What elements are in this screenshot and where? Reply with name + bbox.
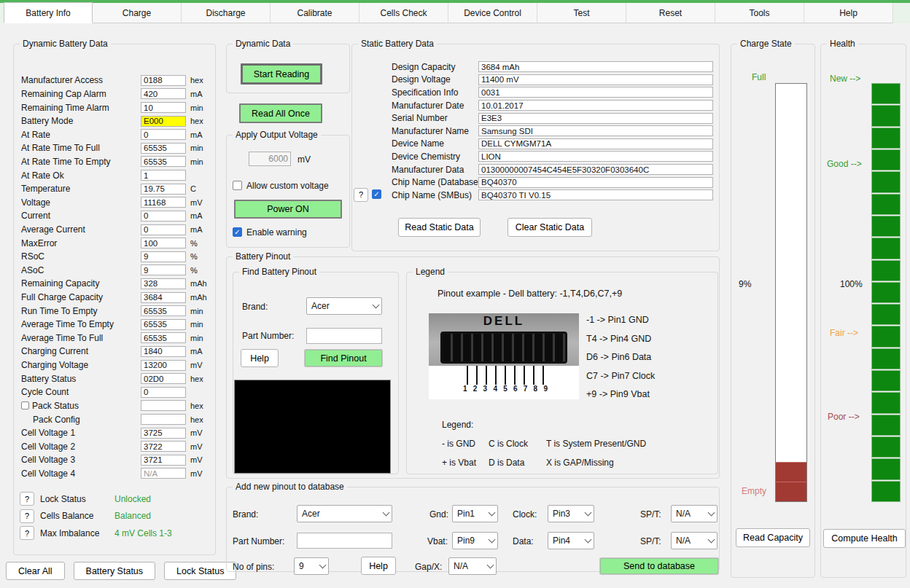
tab[interactable]: Test bbox=[537, 3, 626, 23]
field-value-input[interactable]: 13200 bbox=[141, 360, 186, 371]
power-on-button[interactable]: Power ON bbox=[234, 200, 342, 219]
read-all-once-button[interactable]: Read All Once bbox=[239, 103, 322, 123]
brand-select[interactable]: Acer bbox=[297, 505, 392, 522]
tab[interactable]: Discharge bbox=[182, 3, 271, 23]
field-value-input[interactable]: E000 bbox=[141, 116, 186, 127]
field-value-input[interactable]: 3725 bbox=[141, 428, 186, 439]
field-value-input[interactable]: 328 bbox=[141, 278, 186, 289]
field-value-input[interactable]: Samsung SDI bbox=[478, 125, 713, 136]
read-capacity-button[interactable]: Read Capacity bbox=[736, 528, 810, 547]
field-value-input[interactable]: 10 bbox=[141, 102, 186, 113]
no-of-pins-select[interactable]: 9 bbox=[294, 557, 329, 575]
field-value-input[interactable]: 420 bbox=[141, 88, 186, 99]
field-value-input[interactable]: 65535 bbox=[141, 305, 186, 316]
field-value-input[interactable]: 9 bbox=[141, 251, 186, 262]
field-value-input[interactable]: 3721 bbox=[141, 455, 186, 466]
field-label: Cycle Count bbox=[21, 387, 141, 397]
field-value-input[interactable]: 0031 bbox=[478, 87, 713, 98]
pin-mapping: C7 -> Pin7 Clock bbox=[586, 371, 655, 390]
chevron-down-icon bbox=[373, 302, 380, 309]
part-number-input[interactable] bbox=[297, 533, 392, 549]
gap-select[interactable]: N/A bbox=[448, 557, 497, 575]
field-value-input[interactable]: 3684 mAh bbox=[478, 61, 713, 72]
field-value-input[interactable]: 1 bbox=[141, 170, 186, 181]
clear-static-data-button[interactable]: Clear Static Data bbox=[508, 218, 592, 237]
tab[interactable]: Reset bbox=[626, 3, 715, 23]
tab[interactable]: Charge bbox=[93, 3, 182, 23]
field-value-input[interactable] bbox=[141, 400, 186, 411]
chip-name-help-button[interactable]: ? bbox=[354, 188, 368, 202]
field-value-input[interactable]: 0 bbox=[141, 387, 186, 398]
pin-number: 6 bbox=[513, 385, 518, 393]
data-select[interactable]: Pin4 bbox=[548, 532, 594, 549]
pin-mapping: T4 -> Pin4 GND bbox=[586, 334, 655, 353]
output-voltage-input[interactable]: 6000 bbox=[249, 152, 291, 166]
field-value-input[interactable]: 0188 bbox=[141, 75, 186, 86]
field-value-input[interactable]: 65535 bbox=[141, 319, 186, 330]
field-label: Device Name bbox=[392, 138, 478, 149]
help-button[interactable]: Help bbox=[241, 349, 279, 367]
field-value-input[interactable]: 01300000007454C454E5F30320F0303640C bbox=[478, 164, 713, 175]
group-title: Dynamic Data bbox=[233, 39, 293, 49]
field-value-input[interactable]: 3722 bbox=[141, 441, 186, 452]
field-value-input[interactable]: 65535 bbox=[141, 156, 186, 167]
field-value-input[interactable]: 10.01.2017 bbox=[478, 100, 713, 111]
tab[interactable]: Device Control bbox=[448, 3, 537, 23]
field-value-input[interactable]: 1840 bbox=[141, 346, 186, 357]
field-value-input[interactable]: LION bbox=[478, 151, 713, 162]
field-value-input[interactable]: 9 bbox=[141, 264, 186, 275]
field-value-input[interactable]: E3E3 bbox=[478, 113, 713, 124]
tab[interactable]: Battery Info bbox=[4, 2, 93, 23]
field-value-input[interactable]: N/A bbox=[141, 468, 186, 479]
help-button[interactable]: ? bbox=[20, 492, 34, 506]
clock-select[interactable]: Pin3 bbox=[548, 505, 594, 522]
field-value-input[interactable]: BQ40370 TI V0.15 bbox=[478, 189, 713, 200]
connector-photo: DELL bbox=[429, 313, 579, 366]
help-button[interactable]: Help bbox=[361, 557, 396, 575]
field-value-input[interactable]: 19.75 bbox=[141, 184, 186, 195]
find-pinout-button[interactable]: Find Pinout bbox=[305, 350, 382, 366]
tab[interactable]: Tools bbox=[715, 3, 804, 23]
field-value-input[interactable]: 100 bbox=[141, 238, 186, 248]
field-value-input[interactable]: 11168 bbox=[141, 197, 186, 208]
field-value-input[interactable]: 0 bbox=[141, 211, 186, 222]
compute-health-button[interactable]: Compute Health bbox=[823, 529, 906, 548]
help-button[interactable]: ? bbox=[20, 509, 34, 523]
read-static-data-button[interactable]: Read Static Data bbox=[398, 218, 481, 237]
vbat-select[interactable]: Pin9 bbox=[452, 532, 498, 549]
brand-select[interactable]: Acer bbox=[306, 297, 382, 315]
field-value-input[interactable]: 0 bbox=[141, 224, 186, 235]
field-label: Average Time To Full bbox=[21, 333, 141, 343]
field-value-input[interactable]: 02D0 bbox=[141, 373, 186, 384]
field-value-input[interactable]: 11400 mV bbox=[478, 74, 713, 85]
field-value-input[interactable]: DELL CYMGM71A bbox=[478, 138, 713, 149]
footer-button[interactable]: Clear All bbox=[6, 562, 65, 580]
chip-name-smbus-checkbox[interactable]: ✓ bbox=[372, 189, 381, 199]
gnd-select[interactable]: Pin1 bbox=[452, 505, 498, 522]
tab[interactable]: Calibrate bbox=[271, 3, 359, 23]
help-button[interactable]: ? bbox=[20, 526, 34, 540]
allow-custom-voltage-checkbox[interactable] bbox=[233, 181, 242, 190]
pin-number: 2 bbox=[473, 385, 478, 393]
spt2-select[interactable]: N/A bbox=[671, 532, 718, 549]
start-reading-button[interactable]: Start Reading bbox=[241, 63, 322, 85]
legend-item: C is Clock bbox=[489, 439, 546, 449]
spt1-select[interactable]: N/A bbox=[671, 505, 718, 522]
field-value-input[interactable]: 65535 bbox=[141, 143, 186, 154]
pack-status-checkbox[interactable] bbox=[21, 401, 29, 409]
field-label: Manufacturer Date bbox=[392, 101, 478, 111]
footer-button[interactable]: Battery Status bbox=[74, 562, 156, 580]
tab[interactable]: Help bbox=[804, 3, 893, 23]
pin-number: 3 bbox=[483, 385, 488, 393]
field-value-input[interactable]: 3684 bbox=[141, 292, 186, 303]
field-value-input[interactable]: 65535 bbox=[141, 332, 186, 343]
field-value-input[interactable]: BQ40370 bbox=[478, 177, 713, 188]
tab[interactable]: Cells Check bbox=[359, 3, 448, 23]
static-data-row: ? ✓ Serial Number E3E3 bbox=[352, 111, 713, 125]
part-number-input[interactable] bbox=[306, 328, 382, 344]
field-value-input[interactable] bbox=[141, 414, 186, 425]
field-value-input[interactable]: 0 bbox=[141, 129, 186, 140]
enable-warning-checkbox[interactable]: ✓ bbox=[233, 227, 242, 237]
send-to-database-button[interactable]: Send to database bbox=[600, 558, 718, 574]
dynamic-data-row: Cell Voltage 2 3722 mV bbox=[21, 439, 211, 453]
